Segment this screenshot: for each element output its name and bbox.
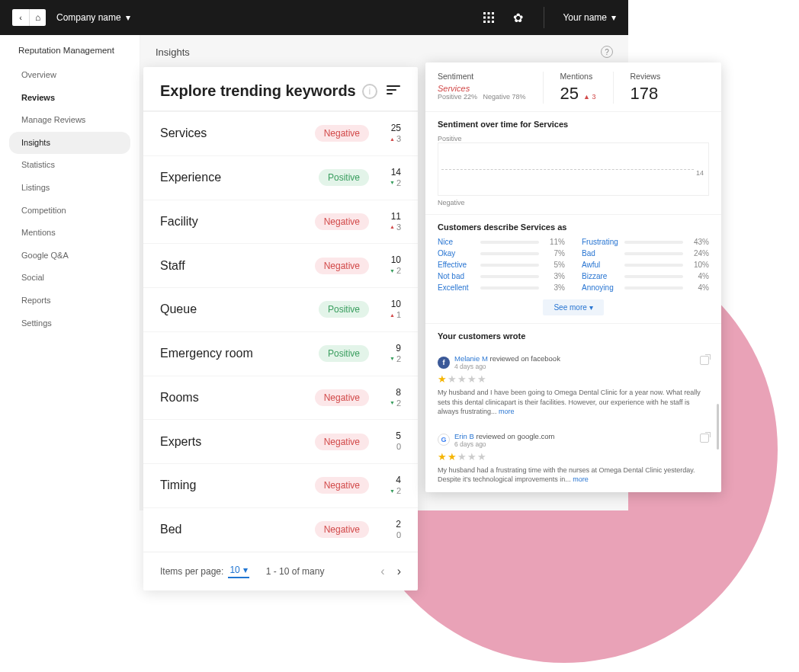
review-body: My husband had a frustrating time with t… bbox=[438, 466, 709, 485]
keyword-stats: 8▼ 2 bbox=[380, 387, 401, 409]
ipp-label: Items per page: bbox=[160, 566, 223, 577]
open-external-icon[interactable] bbox=[700, 434, 709, 443]
keyword-stats: 4▼ 2 bbox=[380, 475, 401, 497]
svg-rect-8 bbox=[492, 21, 494, 23]
svg-rect-5 bbox=[492, 17, 494, 19]
describe-word[interactable]: Frustrating bbox=[582, 238, 620, 246]
keyword-row[interactable]: StaffNegative10▼ 2 bbox=[143, 243, 418, 287]
review-more-link[interactable]: more bbox=[573, 475, 589, 483]
sentiment-keyword: Services bbox=[438, 84, 526, 93]
pager-range: 1 - 10 of many bbox=[266, 566, 325, 577]
user-dropdown[interactable]: Your name ▾ bbox=[563, 12, 616, 23]
open-external-icon[interactable] bbox=[700, 356, 709, 365]
keyword-name: Staff bbox=[160, 259, 315, 273]
svg-rect-7 bbox=[488, 21, 490, 23]
keyword-row[interactable]: BedNegative2 0 bbox=[143, 507, 418, 552]
sidebar-item-insights[interactable]: Insights bbox=[9, 132, 130, 155]
describe-pct: 3% bbox=[544, 272, 565, 280]
keyword-stats: 5 0 bbox=[380, 430, 401, 453]
describe-word[interactable]: Awful bbox=[582, 261, 620, 269]
keyword-row[interactable]: FacilityNegative11▲ 3 bbox=[143, 200, 418, 244]
describe-word[interactable]: Excellent bbox=[438, 283, 476, 292]
describe-word[interactable]: Bizzare bbox=[582, 272, 620, 280]
detail-panel: Sentiment Services Positive 22% Negative… bbox=[425, 62, 721, 492]
describe-word[interactable]: Okay bbox=[438, 249, 476, 258]
keyword-name: Facility bbox=[160, 215, 315, 229]
describe-word[interactable]: Not bad bbox=[438, 272, 476, 280]
describe-bar bbox=[624, 241, 683, 244]
keyword-row[interactable]: ServicesNegative25▲ 3 bbox=[143, 111, 418, 155]
keyword-name: Queue bbox=[160, 302, 319, 316]
sidebar-item-reviews[interactable]: Reviews bbox=[0, 87, 140, 110]
sort-icon[interactable] bbox=[386, 83, 401, 99]
describe-bar bbox=[480, 264, 539, 267]
sidebar: Reputation Management OverviewReviewsMan… bbox=[0, 35, 140, 510]
review-time: 4 days ago bbox=[454, 363, 560, 370]
info-icon[interactable]: i bbox=[362, 84, 377, 99]
describe-bar bbox=[480, 252, 539, 255]
user-name: Your name bbox=[563, 12, 607, 23]
apps-icon[interactable] bbox=[481, 10, 496, 25]
describe-pct: 5% bbox=[544, 261, 565, 269]
keyword-row[interactable]: RoomsNegative8▼ 2 bbox=[143, 376, 418, 420]
ipp-select[interactable]: 10 ▾ bbox=[228, 565, 249, 578]
company-dropdown[interactable]: Company name ▾ bbox=[56, 12, 130, 23]
sidebar-item-statistics[interactable]: Statistics bbox=[0, 154, 140, 177]
sidebar-item-settings[interactable]: Settings bbox=[0, 312, 140, 335]
svg-rect-3 bbox=[483, 17, 486, 19]
keyword-row[interactable]: ExperiencePositive14▼ 2 bbox=[143, 155, 418, 200]
chevron-down-icon: ▾ bbox=[611, 12, 616, 23]
describe-word[interactable]: Nice bbox=[438, 238, 476, 246]
describe-pct: 7% bbox=[544, 249, 565, 258]
describe-row: Awful10% bbox=[582, 261, 709, 269]
describe-pct: 10% bbox=[688, 261, 709, 269]
company-name: Company name bbox=[56, 12, 121, 23]
pager-prev[interactable]: ‹ bbox=[380, 565, 384, 578]
nav-back-button[interactable]: ‹ bbox=[12, 9, 29, 26]
keyword-row[interactable]: QueuePositive10▲ 1 bbox=[143, 287, 418, 331]
keyword-stats: 11▲ 3 bbox=[380, 211, 401, 233]
describe-row: Bad24% bbox=[582, 249, 709, 258]
sidebar-item-listings[interactable]: Listings bbox=[0, 177, 140, 200]
nav-home-button[interactable]: ⌂ bbox=[29, 9, 46, 26]
keyword-row[interactable]: ExpertsNegative5 0 bbox=[143, 419, 418, 463]
describe-bar bbox=[624, 286, 683, 290]
describe-word[interactable]: Bad bbox=[582, 249, 620, 258]
describe-row: Not bad3% bbox=[438, 272, 565, 280]
describe-row: Bizzare4% bbox=[582, 272, 709, 280]
describe-word[interactable]: Effective bbox=[438, 261, 476, 269]
sidebar-item-reports[interactable]: Reports bbox=[0, 290, 140, 312]
reviews-label: Reviews bbox=[631, 72, 661, 81]
review-more-link[interactable]: more bbox=[499, 408, 515, 415]
sidebar-item-competition[interactable]: Competition bbox=[0, 200, 140, 222]
keywords-title: Explore trending keywords bbox=[160, 82, 356, 100]
keyword-row[interactable]: TimingNegative4▼ 2 bbox=[143, 463, 418, 507]
keyword-name: Emergency room bbox=[160, 347, 319, 360]
review-item: GErin B reviewed on google.com6 days ago… bbox=[425, 424, 721, 492]
sidebar-item-social[interactable]: Social bbox=[0, 267, 140, 290]
describe-row: Annoying4% bbox=[582, 283, 709, 292]
pager-next[interactable]: › bbox=[397, 565, 401, 578]
describe-bar bbox=[624, 252, 683, 255]
mentions-label: Mentions bbox=[560, 72, 596, 81]
scrollbar-thumb[interactable] bbox=[717, 404, 719, 450]
sentiment-badge: Negative bbox=[315, 213, 369, 230]
sentiment-positive: Positive 22% bbox=[438, 93, 477, 101]
sidebar-item-overview[interactable]: Overview bbox=[0, 64, 140, 87]
describe-pct: 43% bbox=[688, 238, 709, 246]
sidebar-item-manage-reviews[interactable]: Manage Reviews bbox=[0, 109, 140, 132]
keyword-name: Rooms bbox=[160, 391, 315, 405]
star-rating: ★★★★★ bbox=[438, 373, 709, 385]
gear-icon[interactable]: ✿ bbox=[510, 10, 525, 25]
help-icon[interactable]: ? bbox=[601, 46, 613, 58]
describe-pct: 24% bbox=[688, 249, 709, 258]
review-author: Erin B reviewed on google.com bbox=[454, 432, 555, 440]
sidebar-item-mentions[interactable]: Mentions bbox=[0, 222, 140, 245]
sidebar-item-google-q&a[interactable]: Google Q&A bbox=[0, 245, 140, 267]
svg-rect-0 bbox=[483, 12, 486, 14]
keyword-row[interactable]: Emergency roomPositive9▼ 2 bbox=[143, 331, 418, 376]
describe-bar bbox=[480, 275, 539, 278]
see-more-button[interactable]: See more ▾ bbox=[543, 299, 603, 315]
sentiment-badge: Negative bbox=[315, 477, 369, 494]
describe-word[interactable]: Annoying bbox=[582, 283, 620, 292]
